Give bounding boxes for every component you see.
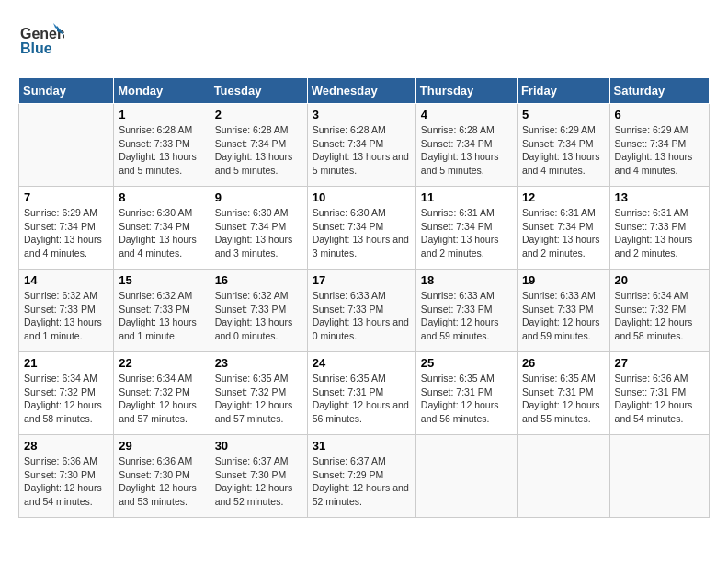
calendar-week-3: 14 Sunrise: 6:32 AMSunset: 7:33 PMDaylig… [19,270,710,352]
weekday-header-row: SundayMondayTuesdayWednesdayThursdayFrid… [19,78,710,104]
day-info: Sunrise: 6:37 AMSunset: 7:30 PMDaylight:… [215,454,302,509]
logo: General Blue [18,18,64,68]
day-info: Sunrise: 6:29 AMSunset: 7:34 PMDaylight:… [24,206,108,260]
calendar-cell: 23 Sunrise: 6:35 AMSunset: 7:32 PMDaylig… [210,352,307,435]
calendar-cell [609,435,709,518]
day-number: 1 [119,108,204,121]
day-number: 19 [522,273,605,287]
svg-text:Blue: Blue [20,40,52,56]
calendar-cell: 12 Sunrise: 6:31 AMSunset: 7:34 PMDaylig… [517,187,609,270]
calendar-cell: 22 Sunrise: 6:34 AMSunset: 7:32 PMDaylig… [114,352,210,435]
day-info: Sunrise: 6:28 AMSunset: 7:34 PMDaylight:… [421,123,512,178]
day-info: Sunrise: 6:34 AMSunset: 7:32 PMDaylight:… [24,372,108,426]
day-info: Sunrise: 6:30 AMSunset: 7:34 PMDaylight:… [119,206,204,260]
calendar-cell: 27 Sunrise: 6:36 AMSunset: 7:31 PMDaylig… [609,352,709,435]
day-info: Sunrise: 6:35 AMSunset: 7:31 PMDaylight:… [421,372,512,426]
calendar-cell: 24 Sunrise: 6:35 AMSunset: 7:31 PMDaylig… [307,352,415,435]
day-info: Sunrise: 6:31 AMSunset: 7:33 PMDaylight:… [615,206,704,260]
weekday-header-saturday: Saturday [609,78,709,104]
weekday-header-thursday: Thursday [415,78,517,104]
day-number: 23 [215,356,302,370]
day-info: Sunrise: 6:36 AMSunset: 7:31 PMDaylight:… [615,372,704,426]
day-number: 16 [215,273,302,287]
calendar-week-5: 28 Sunrise: 6:36 AMSunset: 7:30 PMDaylig… [19,435,710,518]
calendar-cell: 1 Sunrise: 6:28 AMSunset: 7:33 PMDayligh… [114,104,210,187]
day-info: Sunrise: 6:32 AMSunset: 7:33 PMDaylight:… [24,289,108,343]
logo-mark: General Blue [18,18,64,68]
day-number: 31 [313,439,411,453]
calendar-cell: 4 Sunrise: 6:28 AMSunset: 7:34 PMDayligh… [415,104,517,187]
calendar-cell: 19 Sunrise: 6:33 AMSunset: 7:33 PMDaylig… [517,270,609,352]
day-number: 7 [24,190,108,204]
day-number: 29 [119,439,204,453]
calendar-week-2: 7 Sunrise: 6:29 AMSunset: 7:34 PMDayligh… [19,187,710,270]
day-info: Sunrise: 6:28 AMSunset: 7:34 PMDaylight:… [215,123,302,178]
calendar-cell: 9 Sunrise: 6:30 AMSunset: 7:34 PMDayligh… [210,187,307,270]
calendar-cell: 30 Sunrise: 6:37 AMSunset: 7:30 PMDaylig… [210,435,307,518]
day-info: Sunrise: 6:28 AMSunset: 7:34 PMDaylight:… [313,123,411,178]
day-number: 17 [313,273,411,287]
day-info: Sunrise: 6:29 AMSunset: 7:34 PMDaylight:… [615,123,704,178]
calendar-cell: 13 Sunrise: 6:31 AMSunset: 7:33 PMDaylig… [609,187,709,270]
calendar-cell: 15 Sunrise: 6:32 AMSunset: 7:33 PMDaylig… [114,270,210,352]
calendar-cell: 25 Sunrise: 6:35 AMSunset: 7:31 PMDaylig… [415,352,517,435]
day-number: 22 [119,356,204,370]
calendar-cell: 11 Sunrise: 6:31 AMSunset: 7:34 PMDaylig… [415,187,517,270]
calendar-cell: 14 Sunrise: 6:32 AMSunset: 7:33 PMDaylig… [19,270,114,352]
calendar-cell [415,435,517,518]
calendar-cell: 6 Sunrise: 6:29 AMSunset: 7:34 PMDayligh… [609,104,709,187]
day-number: 3 [313,108,411,121]
calendar-cell: 18 Sunrise: 6:33 AMSunset: 7:33 PMDaylig… [415,270,517,352]
calendar-cell: 21 Sunrise: 6:34 AMSunset: 7:32 PMDaylig… [19,352,114,435]
calendar-cell: 20 Sunrise: 6:34 AMSunset: 7:32 PMDaylig… [609,270,709,352]
day-info: Sunrise: 6:28 AMSunset: 7:33 PMDaylight:… [119,123,204,178]
day-info: Sunrise: 6:33 AMSunset: 7:33 PMDaylight:… [313,289,411,343]
day-info: Sunrise: 6:29 AMSunset: 7:34 PMDaylight:… [522,123,605,178]
day-info: Sunrise: 6:34 AMSunset: 7:32 PMDaylight:… [119,372,204,426]
day-number: 14 [24,273,108,287]
day-number: 15 [119,273,204,287]
day-info: Sunrise: 6:36 AMSunset: 7:30 PMDaylight:… [119,454,204,509]
day-number: 4 [421,108,512,121]
day-info: Sunrise: 6:31 AMSunset: 7:34 PMDaylight:… [522,206,605,260]
day-number: 13 [615,190,704,204]
calendar-cell: 16 Sunrise: 6:32 AMSunset: 7:33 PMDaylig… [210,270,307,352]
day-number: 10 [313,190,411,204]
day-info: Sunrise: 6:30 AMSunset: 7:34 PMDaylight:… [313,206,411,260]
calendar-week-4: 21 Sunrise: 6:34 AMSunset: 7:32 PMDaylig… [19,352,710,435]
calendar-table: SundayMondayTuesdayWednesdayThursdayFrid… [18,77,710,518]
weekday-header-sunday: Sunday [19,78,114,104]
weekday-header-tuesday: Tuesday [210,78,307,104]
day-info: Sunrise: 6:31 AMSunset: 7:34 PMDaylight:… [421,206,512,260]
day-number: 2 [215,108,302,121]
weekday-header-friday: Friday [517,78,609,104]
weekday-header-wednesday: Wednesday [307,78,415,104]
day-number: 21 [24,356,108,370]
day-number: 5 [522,108,605,121]
day-number: 30 [215,439,302,453]
day-number: 24 [313,356,411,370]
day-number: 27 [615,356,704,370]
calendar-cell [517,435,609,518]
day-info: Sunrise: 6:30 AMSunset: 7:34 PMDaylight:… [215,206,302,260]
calendar-cell: 7 Sunrise: 6:29 AMSunset: 7:34 PMDayligh… [19,187,114,270]
day-info: Sunrise: 6:36 AMSunset: 7:30 PMDaylight:… [24,454,108,509]
calendar-cell: 31 Sunrise: 6:37 AMSunset: 7:29 PMDaylig… [307,435,415,518]
weekday-header-monday: Monday [114,78,210,104]
day-info: Sunrise: 6:35 AMSunset: 7:32 PMDaylight:… [215,372,302,426]
day-number: 9 [215,190,302,204]
calendar-cell: 28 Sunrise: 6:36 AMSunset: 7:30 PMDaylig… [19,435,114,518]
calendar-cell: 17 Sunrise: 6:33 AMSunset: 7:33 PMDaylig… [307,270,415,352]
day-info: Sunrise: 6:33 AMSunset: 7:33 PMDaylight:… [421,289,512,343]
calendar-cell: 29 Sunrise: 6:36 AMSunset: 7:30 PMDaylig… [114,435,210,518]
page-header: General Blue [18,18,710,68]
day-number: 8 [119,190,204,204]
calendar-cell [19,104,114,187]
day-info: Sunrise: 6:33 AMSunset: 7:33 PMDaylight:… [522,289,605,343]
calendar-week-1: 1 Sunrise: 6:28 AMSunset: 7:33 PMDayligh… [19,104,710,187]
calendar-cell: 10 Sunrise: 6:30 AMSunset: 7:34 PMDaylig… [307,187,415,270]
day-number: 20 [615,273,704,287]
day-number: 26 [522,356,605,370]
day-number: 11 [421,190,512,204]
day-info: Sunrise: 6:37 AMSunset: 7:29 PMDaylight:… [313,454,411,509]
